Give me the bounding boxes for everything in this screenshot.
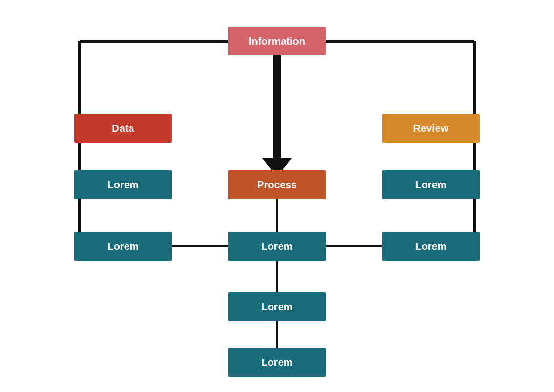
- information-node: Information: [228, 27, 326, 55]
- lorem-left-1-node: Lorem: [74, 170, 172, 199]
- lorem-left-2-node: Lorem: [74, 232, 172, 261]
- lorem-right-2-node: Lorem: [382, 232, 480, 261]
- diagram-container: Information Data Review Process Lorem Lo…: [33, 11, 521, 381]
- data-node: Data: [74, 114, 172, 143]
- lorem-center-3-node: Lorem: [228, 292, 326, 321]
- lorem-right-1-node: Lorem: [382, 170, 480, 199]
- process-node: Process: [228, 170, 326, 199]
- review-node: Review: [382, 114, 480, 143]
- lorem-center-2-node: Lorem: [228, 232, 326, 261]
- lorem-center-4-node: Lorem: [228, 348, 326, 377]
